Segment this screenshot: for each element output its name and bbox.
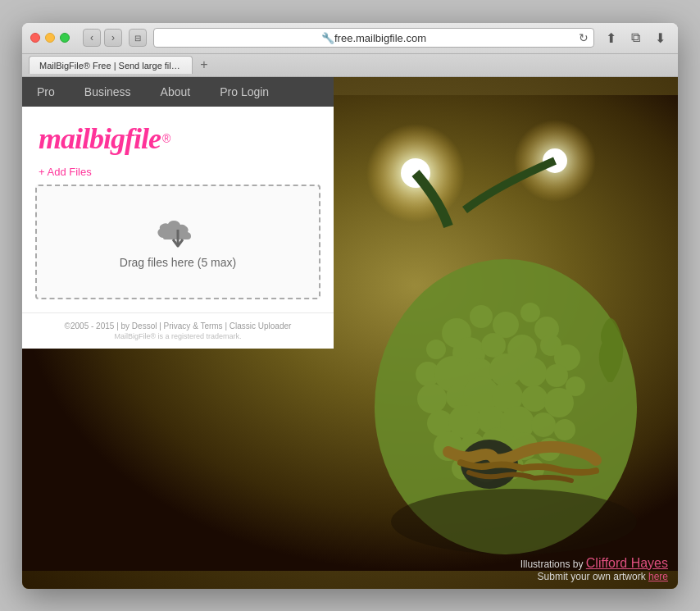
- site-logo-text[interactable]: mailbigfile: [39, 121, 161, 156]
- nav-item-pro-login[interactable]: Pro Login: [205, 77, 284, 107]
- address-bar[interactable]: 🔧 free.mailbigfile.com ↻: [153, 28, 594, 48]
- browser-window: ‹ › ⊟ 🔧 free.mailbigfile.com ↻ ⬆ ⧉ ⬇ Mai…: [22, 23, 678, 589]
- traffic-lights: [30, 33, 70, 43]
- footer-trademark: MailBigFile® is a registered trademark.: [39, 332, 317, 340]
- panel-footer: ©2005 - 2015 | by Dessol | Privacy & Ter…: [22, 312, 334, 349]
- duplicate-icon[interactable]: ⧉: [625, 28, 645, 48]
- minimize-button[interactable]: [45, 33, 55, 43]
- svg-point-24: [417, 384, 447, 413]
- svg-point-11: [426, 340, 446, 359]
- add-files-button[interactable]: + Add Files: [22, 162, 334, 185]
- nav-item-pro[interactable]: Pro: [22, 77, 70, 107]
- footer-links: ©2005 - 2015 | by Dessol | Privacy & Ter…: [39, 321, 317, 331]
- refresh-icon[interactable]: ↻: [579, 31, 589, 44]
- artist-name[interactable]: Clifford Hayes: [586, 556, 668, 570]
- svg-point-46: [391, 489, 637, 554]
- submit-artwork-text: Submit your own artwork here: [520, 571, 668, 582]
- nav-item-business[interactable]: Business: [70, 77, 146, 107]
- svg-point-7: [470, 305, 493, 328]
- illustration-credit-prefix: Illustrations by: [520, 559, 586, 570]
- upload-cloud-icon: [153, 215, 202, 249]
- tab-bar: MailBigFile® Free | Send large files up …: [22, 54, 678, 77]
- svg-point-21: [517, 358, 547, 387]
- site-navigation: Pro Business About Pro Login: [22, 77, 334, 107]
- share-icon[interactable]: ⬆: [601, 28, 620, 48]
- svg-point-34: [531, 413, 556, 437]
- address-icon: 🔧: [321, 32, 334, 44]
- svg-point-20: [489, 353, 522, 386]
- drop-zone[interactable]: Drag files here (5 max): [35, 185, 320, 299]
- main-panel: Pro Business About Pro Login mailbigfile…: [22, 77, 334, 349]
- tab-title: MailBigFile® Free | Send large files up …: [39, 61, 182, 71]
- drop-zone-text: Drag files here (5 max): [120, 256, 236, 269]
- logo-area: mailbigfile®: [22, 107, 334, 162]
- attribution-bar: Illustrations by Clifford Hayes Submit y…: [520, 556, 668, 582]
- title-bar: ‹ › ⊟ 🔧 free.mailbigfile.com ↻ ⬆ ⧉ ⬇: [22, 23, 678, 54]
- logo-registered-mark: ®: [162, 132, 170, 145]
- maximize-button[interactable]: [60, 33, 70, 43]
- forward-button[interactable]: ›: [104, 29, 122, 47]
- url-text: free.mailbigfile.com: [334, 32, 426, 44]
- svg-point-22: [545, 364, 568, 387]
- toolbar-actions: ⬆ ⧉ ⬇: [601, 28, 670, 48]
- nav-buttons: ‹ ›: [83, 29, 122, 47]
- svg-point-29: [544, 388, 574, 417]
- new-tab-button[interactable]: +: [196, 57, 212, 72]
- back-button[interactable]: ‹: [83, 29, 101, 47]
- svg-point-28: [521, 385, 548, 412]
- close-button[interactable]: [30, 33, 40, 43]
- reader-button[interactable]: ⊟: [129, 29, 147, 47]
- active-tab[interactable]: MailBigFile® Free | Send large files up …: [29, 56, 193, 74]
- svg-point-35: [554, 419, 575, 440]
- content-area: Illustrations by Clifford Hayes Submit y…: [22, 77, 678, 589]
- svg-point-9: [520, 303, 540, 322]
- nav-item-about[interactable]: About: [146, 77, 206, 107]
- svg-point-13: [481, 333, 506, 358]
- download-icon[interactable]: ⬇: [650, 28, 670, 48]
- submit-here-link[interactable]: here: [648, 571, 668, 582]
